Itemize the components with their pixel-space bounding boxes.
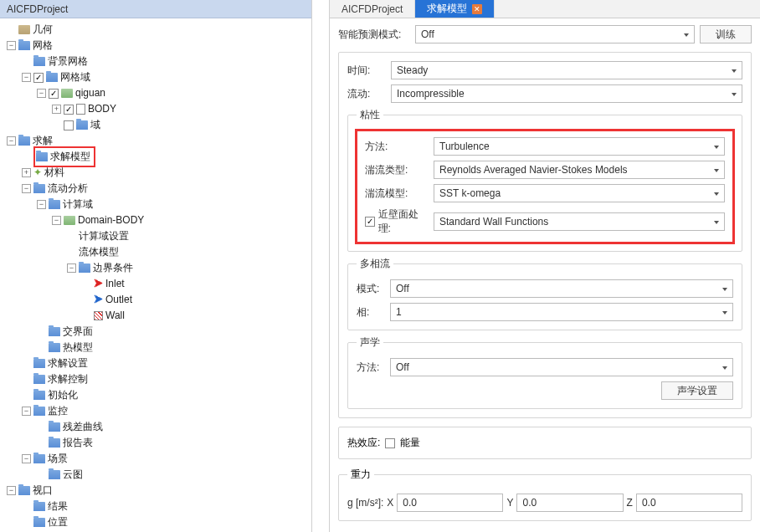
inlet-icon: ⮞ (94, 276, 103, 292)
collapse-icon[interactable]: − (67, 263, 76, 273)
folder-icon (79, 263, 90, 273)
turbmodel-combo[interactable]: SST k-omega (434, 184, 725, 202)
tree-item-scene[interactable]: 场景 (48, 451, 68, 467)
heat-label: 热效应: (347, 436, 380, 450)
viscosity-group: 粘性 方法: Turbulence 湍流类型: Reynolds Average… (347, 108, 742, 252)
tree-item-position[interactable]: 位置 (48, 514, 68, 530)
collapse-icon[interactable]: − (37, 89, 46, 98)
tree-item-result[interactable]: 结果 (48, 499, 68, 514)
tree-item-fluidmodel[interactable]: 流体模型 (79, 244, 119, 260)
tree-item-heatmodel[interactable]: 热模型 (63, 340, 93, 356)
method-combo[interactable]: Turbulence (434, 137, 725, 156)
tree-item-qiguan[interactable]: qiguan (75, 85, 105, 101)
folder-icon (18, 25, 30, 34)
outlet-icon: ⮞ (94, 292, 103, 308)
collapse-icon[interactable]: − (22, 407, 31, 416)
gy-input[interactable]: 0.0 (516, 494, 623, 512)
combo-value: 1 (396, 306, 402, 318)
wall-checkbox[interactable] (365, 217, 375, 227)
gx-input[interactable]: 0.0 (397, 494, 503, 512)
folder-icon (76, 120, 88, 130)
collapse-icon[interactable]: − (22, 454, 31, 463)
multiphase-title: 多相流 (357, 257, 393, 271)
tree-item-wall[interactable]: Wall (105, 308, 125, 324)
acoustic-settings-button[interactable]: 声学设置 (661, 381, 733, 400)
checkbox-qiguan[interactable] (49, 89, 59, 99)
project-tree[interactable]: 几何 −网格 背景网格 −网格域 −qiguan +BODY 域 (0, 18, 311, 532)
folder-icon (49, 200, 60, 209)
mode-combo[interactable]: Off (390, 279, 733, 298)
tree-item-viewport[interactable]: 视口 (33, 483, 53, 499)
acoustic-group: 声学 方法: Off 声学设置 (347, 335, 742, 409)
tree-item-bc[interactable]: 边界条件 (93, 260, 133, 276)
gz-input[interactable]: 0.0 (636, 494, 742, 512)
checkbox-meshdom[interactable] (33, 73, 44, 83)
wall-label: 近壁面处理: (365, 207, 429, 236)
tab-project[interactable]: AICFDProject (330, 0, 415, 18)
tree-item-meshdom[interactable]: 网格域 (60, 69, 90, 85)
tab-solvemodel[interactable]: 求解模型✕ (415, 0, 495, 18)
folder-icon (18, 486, 30, 495)
phase-label: 相: (357, 305, 385, 320)
tree-item-outlet[interactable]: Outlet (105, 292, 132, 308)
gz-label: Z (627, 497, 633, 509)
tree-item-residual[interactable]: 残差曲线 (63, 419, 103, 435)
tree-item-flowana[interactable]: 流动分析 (48, 181, 88, 197)
predict-label: 智能预测模式: (338, 28, 410, 42)
folder-icon (64, 216, 75, 225)
flow-combo[interactable]: Incompressible (391, 84, 742, 103)
tree-item-solvemodel[interactable]: 求解模型 (50, 149, 90, 165)
turbtype-combo[interactable]: Reynolds Averaged Navier-Stokes Models (434, 161, 725, 179)
collapse-icon[interactable]: − (22, 73, 31, 82)
tree-item-report[interactable]: 报告表 (63, 435, 93, 451)
tree-item-geom[interactable]: 几何 (33, 22, 53, 38)
checkbox-domain[interactable] (64, 120, 74, 130)
collapse-icon[interactable]: − (52, 216, 61, 225)
tree-item-inlet[interactable]: Inlet (105, 276, 125, 292)
tree-item-body[interactable]: BODY (88, 101, 116, 117)
tree-item-domain[interactable]: 域 (90, 117, 100, 133)
method-label: 方法: (365, 140, 429, 154)
gx-label: X (387, 497, 393, 509)
folder-icon (18, 136, 30, 146)
phase-combo[interactable]: 1 (390, 303, 733, 321)
energy-checkbox[interactable] (385, 438, 395, 448)
tree-item-solvectrl[interactable]: 求解控制 (48, 371, 88, 387)
input-value: 0.0 (403, 497, 417, 509)
expand-icon[interactable]: + (52, 105, 61, 114)
tree-item-monitor[interactable]: 监控 (48, 403, 68, 419)
tree-item-calcdomset[interactable]: 计算域设置 (79, 228, 129, 244)
close-icon[interactable]: ✕ (472, 4, 482, 14)
tree-item-calcdom[interactable]: 计算域 (63, 197, 93, 212)
folder-icon (46, 73, 58, 82)
collapse-icon[interactable]: − (22, 184, 31, 193)
form-area: 智能预测模式: Off 训练 时间: Steady 流动: Incompress… (330, 18, 760, 532)
time-combo[interactable]: Steady (391, 61, 742, 79)
collapse-icon[interactable]: − (7, 486, 16, 495)
collapse-icon[interactable]: − (7, 41, 16, 50)
tree-item-init[interactable]: 初始化 (48, 387, 78, 403)
tree-item-domainbody[interactable]: Domain-BODY (78, 212, 144, 228)
tree-item-interface[interactable]: 交界面 (63, 324, 93, 340)
tree-item-mesh[interactable]: 网格 (33, 38, 53, 54)
collapse-icon[interactable]: − (7, 136, 16, 146)
gy-label: Y (506, 497, 513, 509)
collapse-icon[interactable]: − (37, 200, 46, 209)
tree-item-cloud[interactable]: 云图 (63, 467, 83, 483)
tree-item-solveset[interactable]: 求解设置 (48, 356, 88, 371)
input-value: 0.0 (642, 497, 656, 509)
tree-item-material[interactable]: 材料 (44, 165, 64, 181)
train-button[interactable]: 训练 (700, 25, 752, 43)
tree-item-bgmesh[interactable]: 背景网格 (48, 54, 88, 69)
acoustic-combo[interactable]: Off (390, 358, 733, 376)
wall-combo[interactable]: Standard Wall Functions (434, 212, 725, 231)
expand-icon[interactable]: + (22, 168, 31, 177)
folder-icon (33, 359, 45, 368)
checkbox-body[interactable] (64, 105, 74, 115)
mode-label: 模式: (357, 282, 385, 296)
predict-combo[interactable]: Off (415, 25, 695, 43)
folder-icon (49, 438, 60, 448)
group-main: 时间: Steady 流动: Incompressible 粘性 方法: Tur… (338, 52, 752, 418)
folder-icon (49, 422, 60, 432)
tab-label: AICFDProject (341, 3, 403, 15)
